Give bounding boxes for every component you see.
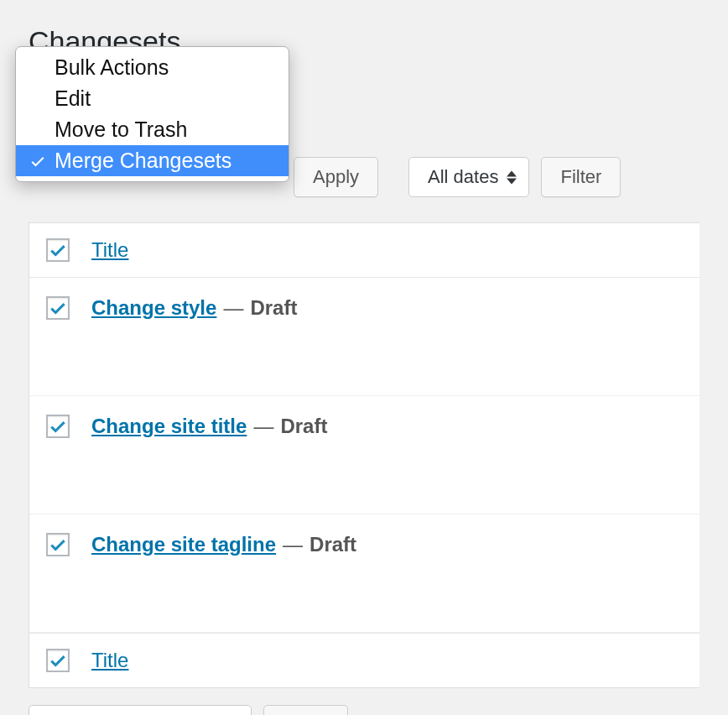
dropdown-option-label: Merge Changesets <box>55 149 231 173</box>
dropdown-option-label: Bulk Actions <box>55 55 169 80</box>
row-status: Draft <box>280 415 327 438</box>
column-footer-title[interactable]: Title <box>91 649 128 672</box>
row-checkbox[interactable] <box>46 533 70 556</box>
date-filter-label: All dates <box>428 166 498 188</box>
row-separator: — <box>223 296 243 320</box>
row-status: Draft <box>309 533 356 556</box>
table-row: Change style — Draft <box>29 278 699 396</box>
apply-button-bottom[interactable]: Apply <box>263 705 348 715</box>
row-separator: — <box>253 415 273 438</box>
row-status: Draft <box>250 296 297 320</box>
apply-button[interactable]: Apply <box>294 157 378 197</box>
bulk-actions-dropdown[interactable]: Bulk Actions Edit Move to Trash Merge Ch… <box>15 46 289 182</box>
dropdown-option-label: Move to Trash <box>55 117 187 142</box>
dropdown-option-label: Edit <box>55 86 91 111</box>
select-all-checkbox[interactable] <box>46 238 70 262</box>
check-icon <box>28 153 48 170</box>
table-footer-row: Title <box>29 633 699 688</box>
row-title-link[interactable]: Change site title <box>91 415 247 438</box>
row-title-link[interactable]: Change site tagline <box>91 533 276 556</box>
dropdown-option-bulk-actions[interactable]: Bulk Actions <box>16 52 289 83</box>
table-header-row: Title <box>29 223 699 278</box>
row-separator: — <box>283 533 303 556</box>
dropdown-option-edit[interactable]: Edit <box>16 83 289 114</box>
dropdown-option-merge-changesets[interactable]: Merge Changesets <box>16 145 289 176</box>
row-title-link[interactable]: Change style <box>91 296 216 320</box>
table-row: Change site tagline — Draft <box>29 514 699 633</box>
select-all-checkbox-footer[interactable] <box>46 649 70 672</box>
filter-button[interactable]: Filter <box>541 157 621 197</box>
updown-icon <box>507 170 517 185</box>
dropdown-option-move-to-trash[interactable]: Move to Trash <box>16 114 289 145</box>
row-checkbox[interactable] <box>46 296 70 320</box>
date-filter-select[interactable]: All dates <box>408 157 529 197</box>
row-checkbox[interactable] <box>46 415 70 438</box>
changeset-table: Title Change style — Draft Change site t… <box>29 222 699 688</box>
table-row: Change site title — Draft <box>29 396 699 514</box>
column-header-title[interactable]: Title <box>91 238 128 262</box>
bulk-actions-select-bottom[interactable]: Bulk Actions <box>29 705 252 715</box>
